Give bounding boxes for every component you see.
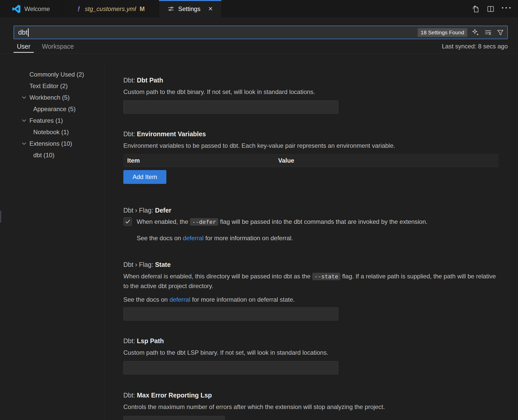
toc-item-dbt[interactable]: dbt (10) — [0, 149, 104, 161]
open-settings-json-icon[interactable] — [472, 5, 480, 13]
setting-description: Custom path to the dbt LSP binary. If no… — [123, 348, 499, 357]
setting-title: Dbt › Flag: State — [123, 260, 499, 269]
setting-description: When enabled, the --defer flag will be p… — [137, 217, 428, 227]
ai-search-sparkle-icon[interactable] — [472, 29, 480, 36]
search-toolbar: 18 Settings Found — [418, 26, 504, 39]
chevron-down-icon[interactable] — [21, 141, 27, 146]
column-header-item: Item — [123, 157, 274, 164]
clear-filters-icon[interactable] — [484, 29, 492, 36]
editor-tab-bar: Welcome ! stg_customers.yml M Settings ✕ — [0, 0, 518, 18]
filter-funnel-icon[interactable] — [497, 29, 504, 36]
toc-item-extensions[interactable]: Extensions (10) — [0, 138, 104, 149]
more-actions-icon[interactable]: ··· — [501, 3, 512, 15]
dbt-path-input[interactable] — [123, 100, 338, 114]
setting-title: Dbt: Max Error Reporting Lsp — [123, 391, 499, 400]
tab-stg-customers[interactable]: ! stg_customers.yml M — [62, 0, 159, 18]
add-item-button[interactable]: Add Item — [123, 170, 166, 184]
state-flag-code: --state — [312, 273, 341, 280]
tab-welcome[interactable]: Welcome — [0, 0, 62, 18]
vscode-logo-icon — [12, 5, 21, 13]
modified-badge: M — [140, 5, 145, 13]
setting-description: Environment variables to be passed to db… — [123, 141, 499, 150]
tab-label: stg_customers.yml — [85, 5, 136, 13]
settings-toc: Commonly Used (2) Text Editor (2) Workbe… — [0, 62, 104, 420]
settings-body: Commonly Used (2) Text Editor (2) Workbe… — [0, 62, 518, 420]
toc-item-notebook[interactable]: Notebook (1) — [0, 126, 104, 138]
setting-environment-variables: Dbt: Environment Variables Environment v… — [123, 130, 499, 184]
setting-flag-defer: Dbt › Flag: Defer When enabled, the --de… — [123, 206, 499, 243]
scope-tab-user[interactable]: User — [14, 39, 34, 53]
setting-max-error-reporting: Dbt: Max Error Reporting Lsp Controls th… — [123, 391, 499, 420]
results-count-badge: 18 Settings Found — [418, 28, 467, 37]
search-query-text: dbt — [18, 28, 27, 36]
setting-dbt-path: Dbt: Dbt Path Custom path to the dbt bin… — [123, 76, 499, 114]
toc-item-commonly-used[interactable]: Commonly Used (2) — [0, 69, 104, 80]
setting-description: Controls the maximum number of errors af… — [123, 402, 499, 412]
deferral-docs-link[interactable]: deferral — [183, 235, 203, 242]
scope-label: Workspace — [42, 43, 74, 50]
text-cursor — [28, 28, 29, 37]
close-icon[interactable]: ✕ — [208, 6, 213, 12]
editor-actions: ··· — [472, 0, 518, 18]
tab-label: Welcome — [24, 5, 50, 13]
setting-description: Custom path to the dbt binary. If not se… — [123, 87, 499, 97]
settings-search-input[interactable]: dbt 18 Settings Found — [14, 26, 508, 39]
defer-checkbox-row: When enabled, the --defer flag will be p… — [123, 217, 499, 227]
setting-description: When deferral is enabled, this directory… — [123, 271, 499, 291]
left-scrollbar-thumb[interactable] — [0, 211, 1, 223]
defer-checkbox[interactable] — [123, 217, 132, 226]
docs-note: See the docs on deferral for more inform… — [123, 295, 499, 304]
tab-label: Settings — [178, 5, 200, 13]
state-path-input[interactable] — [123, 307, 338, 321]
lsp-path-input[interactable] — [123, 361, 338, 374]
docs-note: See the docs on deferral for more inform… — [137, 234, 499, 243]
setting-flag-state: Dbt › Flag: State When deferral is enabl… — [123, 260, 499, 321]
scope-row: User Workspace Last synced: 8 secs ago — [0, 39, 518, 54]
deferral-docs-link[interactable]: deferral — [169, 296, 190, 303]
toc-item-appearance[interactable]: Appearance (5) — [0, 103, 104, 115]
last-synced-label: Last synced: 8 secs ago — [442, 43, 508, 50]
settings-sliders-icon — [167, 5, 175, 13]
toc-item-text-editor[interactable]: Text Editor (2) — [0, 80, 104, 92]
env-vars-table-header: Item Value — [123, 154, 499, 167]
setting-title: Dbt › Flag: Defer — [123, 206, 499, 215]
chevron-down-icon[interactable] — [21, 94, 27, 100]
chevron-down-icon[interactable] — [21, 118, 27, 123]
scope-tab-workspace[interactable]: Workspace — [39, 39, 77, 53]
settings-editor-window: Welcome ! stg_customers.yml M Settings ✕ — [0, 0, 518, 420]
yaml-file-icon: ! — [76, 5, 81, 13]
scope-label: User — [17, 43, 30, 50]
column-header-value: Value — [274, 157, 499, 164]
setting-title: Dbt: Environment Variables — [123, 130, 499, 138]
max-error-input[interactable] — [123, 416, 225, 420]
setting-title: Dbt: Lsp Path — [123, 337, 499, 345]
toc-item-workbench[interactable]: Workbench (5) — [0, 92, 104, 103]
toc-item-features[interactable]: Features (1) — [0, 115, 104, 126]
setting-lsp-path: Dbt: Lsp Path Custom path to the dbt LSP… — [123, 337, 499, 374]
settings-list: Dbt: Dbt Path Custom path to the dbt bin… — [123, 62, 499, 420]
setting-title: Dbt: Dbt Path — [123, 76, 499, 85]
tab-settings[interactable]: Settings ✕ — [159, 0, 222, 18]
defer-flag-code: --defer — [190, 218, 218, 226]
search-row: dbt 18 Settings Found — [0, 18, 518, 39]
toc-content-divider — [104, 62, 104, 420]
split-editor-icon[interactable] — [487, 5, 495, 13]
